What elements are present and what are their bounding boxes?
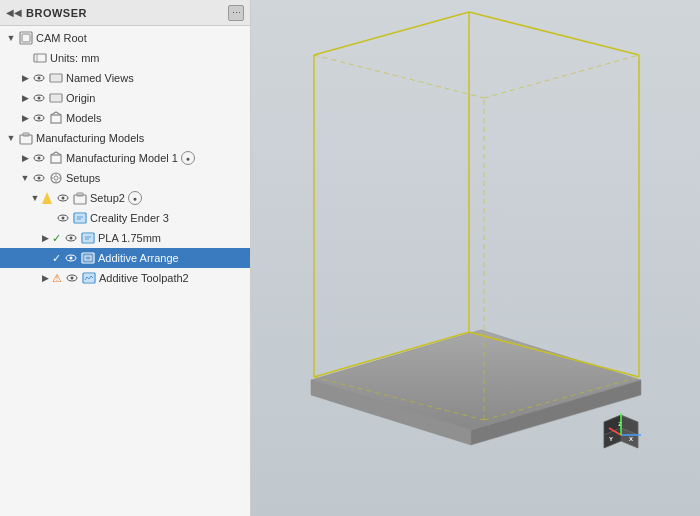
- additive-arrange-eye[interactable]: [64, 253, 78, 263]
- tree-item-origin[interactable]: Origin: [0, 88, 250, 108]
- creality-icon: [72, 210, 88, 226]
- origin-icon: [48, 90, 64, 106]
- expand-setup2[interactable]: [28, 191, 42, 205]
- units-icon: [32, 50, 48, 66]
- mfg-model-1-label: Manufacturing Model 1: [66, 152, 178, 164]
- units-label: Units: mm: [50, 52, 100, 64]
- expand-mfg-model-1[interactable]: [18, 151, 32, 165]
- tree-item-additive-arrange[interactable]: ✓ Additive Arrange: [0, 248, 250, 268]
- tree-item-pla[interactable]: ✓ PLA 1.75mm: [0, 228, 250, 248]
- additive-arrange-icon: [80, 250, 96, 266]
- svg-rect-47: [83, 254, 93, 262]
- svg-point-13: [38, 117, 41, 120]
- cam-root-label: CAM Root: [36, 32, 87, 44]
- browser-settings-button[interactable]: ⋯: [228, 5, 244, 21]
- pla-status: ✓: [52, 232, 61, 245]
- models-label: Models: [66, 112, 101, 124]
- additive-toolpath-icon: [81, 270, 97, 286]
- expand-setups[interactable]: [18, 171, 32, 185]
- svg-point-21: [38, 177, 41, 180]
- expand-models[interactable]: [18, 111, 32, 125]
- expand-additive-arrange: [38, 251, 52, 265]
- 3d-scene-svg: Z X Y: [251, 0, 700, 516]
- svg-rect-1: [22, 34, 30, 42]
- 3d-view[interactable]: Z X Y: [251, 0, 700, 516]
- setups-eye[interactable]: [32, 173, 46, 183]
- mfg-model-1-icon: [48, 150, 64, 166]
- additive-arrange-label: Additive Arrange: [98, 252, 179, 264]
- expand-named-views[interactable]: [18, 71, 32, 85]
- browser-title: BROWSER: [26, 7, 224, 19]
- pla-icon: [80, 230, 96, 246]
- svg-point-33: [62, 217, 65, 220]
- expand-pla[interactable]: [38, 231, 52, 245]
- additive-toolpath-status: ⚠: [52, 272, 62, 285]
- svg-rect-11: [51, 95, 61, 101]
- expand-creality: [42, 211, 56, 225]
- browser-panel: ◀◀ BROWSER ⋯ CAM Root Units: mm: [0, 0, 251, 516]
- svg-point-9: [38, 97, 41, 100]
- svg-rect-2: [34, 54, 46, 62]
- setup2-eye[interactable]: [56, 193, 70, 203]
- setups-label: Setups: [66, 172, 100, 184]
- svg-rect-19: [51, 155, 61, 163]
- setup2-label: Setup2: [90, 192, 125, 204]
- tree-item-mfg-models[interactable]: Manufacturing Models: [0, 128, 250, 148]
- svg-point-50: [71, 277, 74, 280]
- collapse-icon[interactable]: ◀◀: [6, 7, 22, 18]
- tree-item-named-views[interactable]: Named Views: [0, 68, 250, 88]
- svg-rect-7: [51, 75, 61, 81]
- setup2-target: ●: [128, 191, 142, 205]
- setup2-warning-icon: [42, 192, 52, 204]
- mfg-models-label: Manufacturing Models: [36, 132, 144, 144]
- expand-cam-root[interactable]: [4, 31, 18, 45]
- browser-header: ◀◀ BROWSER ⋯: [0, 0, 250, 26]
- viewport[interactable]: Z X Y: [251, 0, 700, 516]
- expand-mfg-models[interactable]: [4, 131, 18, 145]
- tree-item-setups[interactable]: Setups: [0, 168, 250, 188]
- named-views-eye[interactable]: [32, 73, 46, 83]
- setups-icon: [48, 170, 64, 186]
- expand-units: [18, 51, 32, 65]
- svg-point-23: [54, 176, 58, 180]
- svg-point-18: [38, 157, 41, 160]
- svg-point-39: [70, 237, 73, 240]
- expand-additive-toolpath[interactable]: [38, 271, 52, 285]
- svg-point-29: [62, 197, 65, 200]
- svg-point-5: [38, 77, 41, 80]
- tree-item-cam-root[interactable]: CAM Root: [0, 28, 250, 48]
- tree-item-models[interactable]: Models: [0, 108, 250, 128]
- origin-eye[interactable]: [32, 93, 46, 103]
- tree-item-units[interactable]: Units: mm: [0, 48, 250, 68]
- pla-eye[interactable]: [64, 233, 78, 243]
- named-views-icon: [48, 70, 64, 86]
- mfg-model-1-eye[interactable]: [32, 153, 46, 163]
- mfg-models-icon: [18, 130, 34, 146]
- additive-toolpath-eye[interactable]: [65, 273, 79, 283]
- svg-text:X: X: [629, 436, 633, 442]
- origin-label: Origin: [66, 92, 95, 104]
- tree-item-setup2[interactable]: Setup2 ●: [0, 188, 250, 208]
- named-views-label: Named Views: [66, 72, 134, 84]
- creality-label: Creality Ender 3: [90, 212, 169, 224]
- tree-item-creality[interactable]: Creality Ender 3: [0, 208, 250, 228]
- svg-rect-14: [51, 115, 61, 123]
- models-eye[interactable]: [32, 113, 46, 123]
- tree-item-mfg-model-1[interactable]: Manufacturing Model 1 ●: [0, 148, 250, 168]
- expand-origin[interactable]: [18, 91, 32, 105]
- pla-label: PLA 1.75mm: [98, 232, 161, 244]
- svg-point-45: [70, 257, 73, 260]
- svg-rect-35: [75, 214, 85, 222]
- tree-item-additive-toolpath[interactable]: ⚠ Additive Toolpath2: [0, 268, 250, 288]
- browser-tree: CAM Root Units: mm: [0, 26, 250, 516]
- models-icon: [48, 110, 64, 126]
- creality-eye[interactable]: [56, 213, 70, 223]
- additive-arrange-status: ✓: [52, 252, 61, 265]
- cam-root-icon: [18, 30, 34, 46]
- additive-toolpath-label: Additive Toolpath2: [99, 272, 189, 284]
- svg-text:Y: Y: [609, 436, 613, 442]
- setup2-icon: [72, 190, 88, 206]
- mfg-model-1-target: ●: [181, 151, 195, 165]
- svg-rect-41: [83, 234, 93, 242]
